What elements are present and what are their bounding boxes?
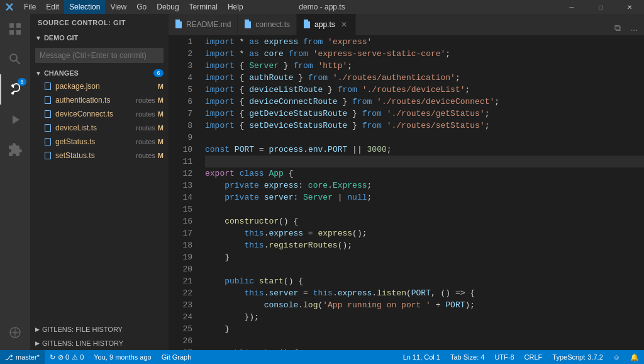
token: ; [485, 108, 490, 120]
tab-size-status[interactable]: Tab Size: 4 [445, 350, 489, 364]
token: PORT [328, 144, 347, 156]
maximize-button[interactable]: □ [586, 0, 615, 14]
line-number: 6 [169, 96, 192, 108]
menu-go[interactable]: Go [131, 0, 152, 14]
commit-message-input[interactable] [35, 48, 164, 63]
svg-rect-12 [50, 96, 51, 104]
menu-file[interactable]: File [19, 0, 41, 14]
token: server [269, 287, 298, 299]
token: from [352, 96, 372, 108]
tab-appts[interactable]: app.ts ✕ [297, 14, 356, 35]
token [205, 287, 244, 299]
activity-explorer[interactable] [0, 14, 30, 44]
activity-run[interactable] [0, 105, 30, 135]
notifications-button[interactable]: 🔔 [625, 350, 644, 364]
token: from [289, 48, 308, 60]
cursor-position[interactable]: Ln 11, Col 1 [398, 350, 445, 364]
tab-connectts[interactable]: connect.ts [238, 14, 297, 35]
file-item[interactable]: authentication.ts routes M [30, 93, 169, 107]
line-number: 24 [169, 311, 192, 323]
git-graph-label: Git Graph [162, 353, 192, 361]
menu-debug[interactable]: Debug [152, 0, 184, 14]
token: 'App running on port ' [323, 299, 431, 311]
line-number: 11 [169, 156, 192, 168]
token: private [225, 179, 259, 191]
token [254, 275, 259, 287]
token: setDeviceStatusRoute [249, 120, 347, 132]
feedback-icon: ☺ [613, 353, 620, 361]
menu-view[interactable]: View [105, 0, 131, 14]
status-bar: ⎇ master* ↻ ⊘ 0 ⚠ 0 You, 9 months ago Gi… [0, 350, 644, 364]
token: } [338, 96, 352, 108]
token: express [318, 227, 352, 239]
token: console [264, 299, 299, 311]
code-line [205, 156, 644, 168]
warnings-count: ⚠ 0 [72, 353, 84, 361]
menu-selection[interactable]: Selection [64, 0, 105, 14]
code-line: private server: Server | null; [205, 191, 644, 203]
token: . [328, 179, 333, 191]
code-line: } [205, 251, 644, 263]
menu-edit[interactable]: Edit [41, 0, 64, 14]
token: ); [465, 299, 475, 311]
file-item[interactable]: deviceConnect.ts routes M [30, 107, 169, 121]
token: Server [303, 191, 333, 203]
file-item[interactable]: deviceList.ts routes M [30, 121, 169, 135]
file-label: routes [136, 152, 155, 159]
file-icon [43, 95, 53, 105]
file-icon [43, 109, 53, 119]
token: = [298, 287, 313, 299]
tab-bar-actions: ⧉ … [608, 20, 644, 35]
more-actions-button[interactable]: … [626, 20, 641, 35]
code-line [205, 263, 644, 275]
activity-extensions[interactable] [0, 135, 30, 165]
tab-file-icon [303, 20, 311, 30]
git-branch-status[interactable]: ⎇ master* [0, 350, 45, 364]
file-status: M [158, 96, 164, 104]
git-graph-button[interactable]: Git Graph [157, 350, 197, 364]
language-mode[interactable]: TypeScript 3.7.2 [547, 350, 608, 364]
menu-help[interactable]: Help [223, 0, 248, 14]
minimize-button[interactable]: ─ [557, 0, 586, 14]
line-number: 14 [169, 191, 192, 203]
token: import [205, 96, 235, 108]
token: }); [205, 311, 259, 323]
token: deviceConnectRoute [249, 96, 337, 108]
file-item[interactable]: package.json M [30, 79, 169, 93]
gitlens-line-history-label: GITLENS: LINE HISTORY [42, 339, 123, 347]
code-area[interactable]: import * as express from 'express'import… [200, 36, 644, 350]
gitlens-line-history[interactable]: ▶ GITLENS: LINE HISTORY [30, 336, 169, 350]
changed-files-list: package.json M authentication.ts routes … [30, 79, 169, 322]
token: + [431, 299, 445, 311]
changes-count-badge: 6 [153, 69, 164, 77]
repo-section[interactable]: ▼ DEMO GIT [30, 31, 169, 44]
feedback-button[interactable]: ☺ [608, 350, 625, 364]
split-editor-button[interactable]: ⧉ [610, 20, 625, 35]
token: const [205, 144, 230, 156]
file-item[interactable]: getStatus.ts routes M [30, 135, 169, 149]
close-button[interactable]: ✕ [615, 0, 644, 14]
encoding-status[interactable]: UTF-8 [489, 350, 519, 364]
file-item[interactable]: setStatus.ts routes M [30, 149, 169, 162]
tab-close-button[interactable]: ✕ [339, 20, 349, 29]
token [323, 36, 328, 48]
token: , () => { [431, 287, 475, 299]
menu-terminal[interactable]: Terminal [184, 0, 223, 14]
code-line: import * as express from 'express' [205, 36, 644, 48]
tab-READMEmd[interactable]: README.md [169, 14, 238, 35]
sync-status[interactable]: ↻ ⊘ 0 ⚠ 0 [45, 350, 89, 364]
gitlens-file-history[interactable]: ▶ GITLENS: FILE HISTORY [30, 322, 169, 336]
line-number: 13 [169, 179, 192, 191]
sidebar-header: Source Control: Git [30, 14, 169, 31]
line-ending-status[interactable]: CRLF [519, 350, 548, 364]
gitlens-label: You, 9 months ago [94, 353, 151, 361]
activity-search[interactable] [0, 44, 30, 74]
line-number: 8 [169, 120, 192, 132]
svg-rect-26 [45, 152, 45, 159]
activity-remote[interactable] [0, 317, 30, 348]
token: ; [455, 72, 460, 84]
code-line: }); [205, 311, 644, 323]
gitlens-status[interactable]: You, 9 months ago [89, 350, 156, 364]
activity-source-control[interactable]: 6 [0, 74, 30, 105]
changes-section-header[interactable]: ▼ CHANGES 6 [30, 67, 169, 79]
